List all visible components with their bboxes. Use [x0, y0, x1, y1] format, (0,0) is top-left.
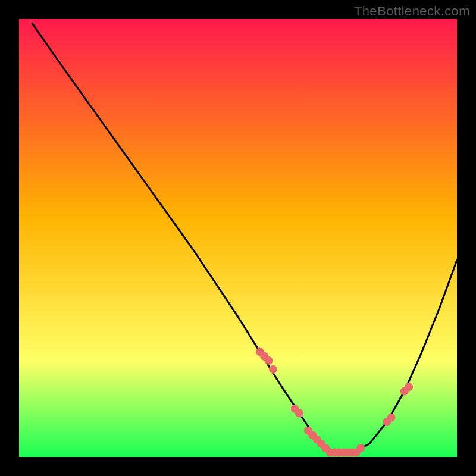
plot-area — [19, 19, 457, 457]
marker-point — [405, 383, 413, 391]
watermark-text: TheBottleneck.com — [354, 4, 470, 19]
marker-point — [387, 414, 396, 422]
marker-point — [269, 365, 277, 374]
gradient-background — [19, 19, 457, 457]
chart-svg — [19, 19, 457, 457]
marker-point — [356, 444, 365, 452]
marker-point — [295, 409, 303, 417]
marker-point — [265, 356, 273, 365]
